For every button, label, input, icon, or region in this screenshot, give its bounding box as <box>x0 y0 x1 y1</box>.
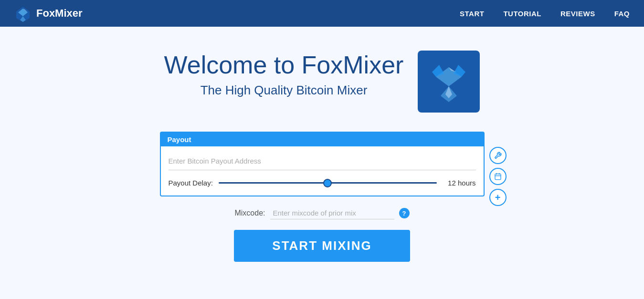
delay-row: Payout Delay: 12 hours <box>169 179 476 187</box>
hero-section: Welcome to FoxMixer The High Quality Bit… <box>164 51 480 113</box>
payout-header: Payout <box>161 133 484 146</box>
logo-box <box>418 51 480 113</box>
mixcode-label: Mixcode: <box>234 209 265 217</box>
brand-name: FoxMixer <box>36 7 83 20</box>
add-payout-button[interactable]: + <box>489 189 507 206</box>
calendar-icon <box>494 173 502 180</box>
foxmixer-logo-large <box>427 60 470 103</box>
calendar-button[interactable] <box>489 168 507 185</box>
plus-icon: + <box>495 193 501 202</box>
form-area: Payout Payout Delay: 12 hours <box>150 132 494 262</box>
bitcoin-address-input[interactable] <box>169 154 476 170</box>
nav-links: START TUTORIAL REVIEWS FAQ <box>460 10 630 18</box>
fox-logo-icon <box>14 5 32 22</box>
brand: FoxMixer <box>14 5 83 22</box>
hero-title: Welcome to FoxMixer <box>164 51 404 79</box>
question-icon: ? <box>402 210 406 217</box>
nav-tutorial[interactable]: TUTORIAL <box>503 10 541 18</box>
mixcode-input[interactable] <box>270 207 394 219</box>
nav-reviews[interactable]: REVIEWS <box>560 10 595 18</box>
payout-card: Payout Payout Delay: 12 hours <box>160 132 485 196</box>
mixcode-row: Mixcode: ? <box>234 207 409 219</box>
navbar: FoxMixer START TUTORIAL REVIEWS FAQ <box>0 0 644 27</box>
svg-rect-11 <box>495 174 501 180</box>
main-content: Welcome to FoxMixer The High Quality Bit… <box>0 27 644 262</box>
side-buttons: + <box>489 147 507 206</box>
delay-value: 12 hours <box>443 179 476 187</box>
nav-start[interactable]: START <box>460 10 484 18</box>
start-mixing-button[interactable]: START MIXING <box>234 230 410 262</box>
hero-subtitle: The High Quality Bitcoin Mixer <box>164 83 404 98</box>
wrench-button[interactable] <box>489 147 507 164</box>
delay-slider[interactable] <box>219 182 437 184</box>
delay-label: Payout Delay: <box>169 179 213 187</box>
payout-body: Payout Delay: 12 hours <box>161 146 484 196</box>
hero-text: Welcome to FoxMixer The High Quality Bit… <box>164 51 404 98</box>
mixcode-help-button[interactable]: ? <box>399 208 410 218</box>
nav-faq[interactable]: FAQ <box>614 10 630 18</box>
wrench-icon <box>494 152 502 159</box>
